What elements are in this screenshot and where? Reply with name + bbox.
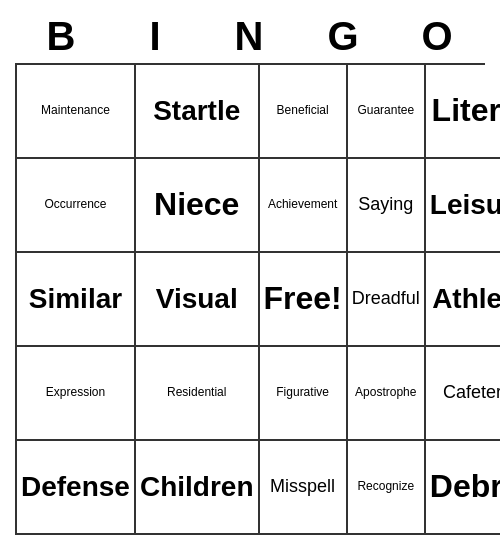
cell-label: Children bbox=[140, 470, 254, 504]
cell-label: Expression bbox=[46, 385, 105, 399]
cell-label: Debris bbox=[430, 467, 500, 505]
cell-label: Leisure bbox=[430, 188, 500, 222]
cell-label: Recognize bbox=[357, 479, 414, 493]
cell-label: Niece bbox=[154, 185, 239, 223]
bingo-cell: Expression bbox=[17, 347, 136, 441]
cell-label: Figurative bbox=[276, 385, 329, 399]
bingo-cell: Children bbox=[136, 441, 260, 535]
cell-label: Achievement bbox=[268, 197, 337, 211]
bingo-cell: Recognize bbox=[348, 441, 426, 535]
bingo-header: BINGO bbox=[15, 10, 485, 63]
bingo-cell: Startle bbox=[136, 65, 260, 159]
bingo-cell: Guarantee bbox=[348, 65, 426, 159]
bingo-cell: Saying bbox=[348, 159, 426, 253]
cell-label: Cafeteria bbox=[443, 382, 500, 404]
bingo-cell: Debris bbox=[426, 441, 500, 535]
bingo-cell: Figurative bbox=[260, 347, 348, 441]
bingo-cell: Free! bbox=[260, 253, 348, 347]
bingo-card: BINGO MaintenanceStartleBeneficialGuaran… bbox=[15, 10, 485, 535]
bingo-grid: MaintenanceStartleBeneficialGuaranteeLit… bbox=[15, 63, 485, 535]
bingo-cell: Leisure bbox=[426, 159, 500, 253]
bingo-cell: Maintenance bbox=[17, 65, 136, 159]
cell-label: Apostrophe bbox=[355, 385, 416, 399]
bingo-cell: Athlete bbox=[426, 253, 500, 347]
cell-label: Misspell bbox=[270, 476, 335, 498]
header-letter: I bbox=[109, 10, 203, 63]
bingo-cell: Defense bbox=[17, 441, 136, 535]
cell-label: Saying bbox=[358, 194, 413, 216]
bingo-cell: Dreadful bbox=[348, 253, 426, 347]
bingo-cell: Misspell bbox=[260, 441, 348, 535]
cell-label: Defense bbox=[21, 470, 130, 504]
bingo-cell: Cafeteria bbox=[426, 347, 500, 441]
cell-label: Beneficial bbox=[277, 103, 329, 117]
cell-label: Maintenance bbox=[41, 103, 110, 117]
bingo-cell: Niece bbox=[136, 159, 260, 253]
cell-label: Free! bbox=[264, 279, 342, 317]
cell-label: Dreadful bbox=[352, 288, 420, 310]
bingo-cell: Achievement bbox=[260, 159, 348, 253]
cell-label: Residential bbox=[167, 385, 226, 399]
cell-label: Literal bbox=[432, 91, 500, 129]
cell-label: Startle bbox=[153, 94, 240, 128]
bingo-cell: Occurrence bbox=[17, 159, 136, 253]
cell-label: Visual bbox=[156, 282, 238, 316]
bingo-cell: Similar bbox=[17, 253, 136, 347]
bingo-cell: Beneficial bbox=[260, 65, 348, 159]
header-letter: G bbox=[297, 10, 391, 63]
bingo-cell: Residential bbox=[136, 347, 260, 441]
header-letter: N bbox=[203, 10, 297, 63]
header-letter: O bbox=[391, 10, 485, 63]
bingo-cell: Apostrophe bbox=[348, 347, 426, 441]
cell-label: Similar bbox=[29, 282, 122, 316]
cell-label: Athlete bbox=[432, 282, 500, 316]
header-letter: B bbox=[15, 10, 109, 63]
cell-label: Occurrence bbox=[44, 197, 106, 211]
bingo-cell: Visual bbox=[136, 253, 260, 347]
bingo-cell: Literal bbox=[426, 65, 500, 159]
cell-label: Guarantee bbox=[357, 103, 414, 117]
